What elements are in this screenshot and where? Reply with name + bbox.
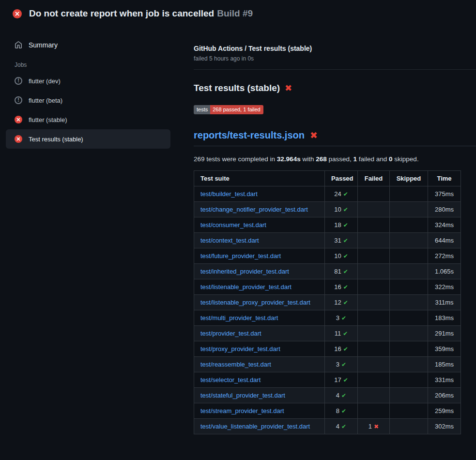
test-suite-cell: test/listenable_proxy_provider_test.dart — [194, 295, 325, 310]
failed-cell — [358, 295, 390, 310]
failed-cell — [358, 341, 390, 357]
failed-cell — [358, 326, 390, 341]
skipped-cell — [390, 248, 428, 264]
test-suite-link[interactable]: test/listenable_proxy_provider_test.dart — [200, 299, 310, 306]
passed-cell: 10✔ — [325, 202, 358, 217]
failed-cell — [358, 279, 390, 295]
sidebar-item-flutter-stable[interactable]: ×flutter (stable) — [6, 110, 170, 129]
sidebar-item-flutter-dev[interactable]: !flutter (dev) — [6, 71, 170, 91]
passed-count: 3 — [336, 361, 339, 368]
time-cell: 375ms — [428, 186, 461, 202]
job-list: !flutter (dev)!flutter (beta)×flutter (s… — [6, 71, 170, 149]
test-suite-link[interactable]: test/stateful_provider_test.dart — [200, 392, 285, 399]
breadcrumb: GitHub Actions / Test results (stable) — [194, 45, 476, 52]
skipped-cell — [390, 202, 428, 217]
passed-count: 11 — [335, 330, 341, 337]
check-icon: ✔ — [343, 237, 348, 244]
table-row: test/stateful_provider_test.dart4✔206ms — [194, 388, 461, 403]
run-meta: failed 5 hours ago in 0s — [194, 55, 476, 62]
test-suite-link[interactable]: test/proxy_provider_test.dart — [200, 345, 280, 353]
badge-row: tests 268 passed, 1 failed — [194, 105, 476, 114]
check-icon: ✔ — [341, 361, 346, 368]
report-link[interactable]: reports/test-results.json — [194, 130, 305, 141]
time-cell: 185ms — [428, 357, 461, 372]
check-icon: ✔ — [343, 268, 348, 275]
table-row: test/selector_test.dart17✔331ms — [194, 372, 461, 388]
test-suite-cell: test/stateful_provider_test.dart — [194, 388, 325, 403]
skipped-cell — [390, 279, 428, 295]
time-cell: 206ms — [428, 388, 461, 403]
check-icon: ✔ — [343, 206, 348, 213]
test-suite-link[interactable]: test/selector_test.dart — [200, 376, 261, 383]
col-test-suite: Test suite — [194, 171, 325, 186]
test-suite-link[interactable]: test/future_provider_test.dart — [200, 252, 281, 260]
skipped-cell — [390, 295, 428, 310]
table-row: test/change_notifier_provider_test.dart1… — [194, 202, 461, 217]
col-failed: Failed — [358, 171, 390, 186]
job-label: flutter (stable) — [29, 116, 67, 123]
passed-count: 18 — [334, 221, 341, 229]
content: Summary Jobs !flutter (dev)!flutter (bet… — [0, 26, 476, 434]
sidebar: Summary Jobs !flutter (dev)!flutter (bet… — [0, 26, 178, 149]
failed-cell — [358, 248, 390, 264]
run-title: Do not create report when job is cancell… — [29, 8, 214, 18]
failed-cell — [358, 357, 390, 372]
skipped-cell — [390, 264, 428, 279]
time-cell: 322ms — [428, 279, 461, 295]
passed-count: 3 — [336, 314, 339, 322]
x-circle-icon: × — [15, 135, 22, 143]
passed-cell: 18✔ — [325, 217, 358, 233]
time-cell: 280ms — [428, 202, 461, 217]
passed-count: 17 — [334, 376, 341, 383]
check-title-text: Test results (stable) — [194, 83, 280, 93]
test-suite-cell: test/future_provider_test.dart — [194, 248, 325, 264]
test-suite-cell: test/stream_provider_test.dart — [194, 403, 325, 419]
home-icon — [15, 41, 22, 49]
test-suite-link[interactable]: test/value_listenable_provider_test.dart — [200, 423, 310, 430]
time-cell: 359ms — [428, 341, 461, 357]
badge-label: tests — [194, 105, 210, 114]
sidebar-item-flutter-beta[interactable]: !flutter (beta) — [6, 91, 170, 110]
test-suite-link[interactable]: test/stream_provider_test.dart — [200, 407, 284, 414]
table-row: test/inherited_provider_test.dart81✔1.06… — [194, 264, 461, 279]
test-suite-link[interactable]: test/provider_test.dart — [200, 330, 261, 337]
check-icon: ✔ — [341, 392, 346, 399]
failed-cell — [358, 388, 390, 403]
check-icon: ✔ — [343, 377, 348, 383]
jobs-heading: Jobs — [6, 61, 170, 68]
test-suite-link[interactable]: test/inherited_provider_test.dart — [200, 268, 289, 275]
passed-cell: 10✔ — [325, 248, 358, 264]
passed-count: 81 — [334, 268, 341, 275]
time-cell: 311ms — [428, 295, 461, 310]
failed-cell — [358, 233, 390, 248]
check-icon: ✔ — [341, 423, 346, 430]
time-cell: 644ms — [428, 233, 461, 248]
test-suite-link[interactable]: test/builder_test.dart — [200, 190, 258, 198]
test-suite-link[interactable]: test/context_test.dart — [200, 237, 259, 244]
x-icon: ✖ — [374, 423, 379, 430]
time-cell: 291ms — [428, 326, 461, 341]
test-suite-link[interactable]: test/listenable_provider_test.dart — [200, 283, 292, 291]
table-row: test/future_provider_test.dart10✔272ms — [194, 248, 461, 264]
test-suite-link[interactable]: test/multi_provider_test.dart — [200, 314, 278, 322]
skipped-cell — [390, 372, 428, 388]
table-row: test/listenable_provider_test.dart16✔322… — [194, 279, 461, 295]
check-title: Test results (stable) ✖ — [194, 83, 476, 93]
passed-cell: 17✔ — [325, 372, 358, 388]
skipped-cell — [390, 357, 428, 372]
failed-x-icon: ✖ — [285, 84, 292, 92]
test-suite-link[interactable]: test/consumer_test.dart — [200, 221, 266, 229]
time-cell: 331ms — [428, 372, 461, 388]
table-row: test/builder_test.dart24✔375ms — [194, 186, 461, 202]
sidebar-item-test-results-stable[interactable]: ×Test results (stable) — [6, 129, 170, 149]
passed-count: 16 — [334, 345, 341, 353]
x-circle-icon: × — [15, 116, 22, 123]
x-glyph: × — [15, 10, 20, 17]
test-suite-link[interactable]: test/reassemble_test.dart — [200, 361, 271, 368]
sidebar-item-summary[interactable]: Summary — [6, 37, 170, 53]
col-skipped: Skipped — [390, 171, 428, 186]
failed-cell — [358, 372, 390, 388]
passed-cell: 16✔ — [325, 279, 358, 295]
test-suite-cell: test/proxy_provider_test.dart — [194, 341, 325, 357]
test-suite-link[interactable]: test/change_notifier_provider_test.dart — [200, 206, 308, 213]
